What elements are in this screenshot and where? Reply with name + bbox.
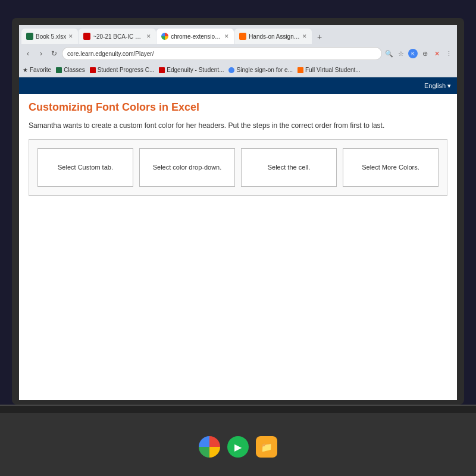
tab-book[interactable]: Book 5.xlsx ✕ (21, 29, 78, 44)
step-card-cell[interactable]: Select the cell. (241, 148, 337, 187)
reload-button[interactable]: ↻ (49, 48, 60, 59)
instructions-text: Samantha wants to create a custom font c… (29, 121, 447, 131)
bookmark-progress[interactable]: Student Progress C... (90, 67, 155, 73)
virtual-favicon (298, 67, 303, 73)
laptop-bottom: ▶ 📁 (0, 405, 476, 476)
main-content-area: Customizing Font Colors in Excel Samanth… (19, 94, 457, 334)
tab-bca[interactable]: ~20-21 BCA-IC GP1 - Edgenuity ✕ (79, 29, 156, 44)
empty-content-area (29, 196, 447, 327)
step-card-more-colors[interactable]: Select More Colors. (343, 148, 439, 187)
laptop-bezel: Book 5.xlsx ✕ ~20-21 BCA-IC GP1 - Edgenu… (12, 18, 464, 405)
laptop-hinge (0, 405, 476, 413)
browser-chrome: Book 5.xlsx ✕ ~20-21 BCA-IC GP1 - Edgenu… (19, 25, 457, 77)
step-color-dropdown-label: Select color drop-down. (153, 164, 222, 171)
tab-bca-close[interactable]: ✕ (146, 33, 151, 39)
extensions-icon[interactable]: ⊕ (420, 49, 430, 58)
forward-button[interactable]: › (36, 48, 46, 59)
bookmark-sso-label: Single sign-on for e... (236, 67, 293, 73)
language-selector[interactable]: English ▾ (424, 82, 451, 90)
edgenuity-favicon (159, 67, 165, 73)
address-bar-row: ‹ › ↻ core.learn.edgenuity.com/Player/ 🔍… (19, 44, 457, 63)
tab-hands-close[interactable]: ✕ (302, 33, 307, 39)
laptop-base: ▶ 📁 (0, 413, 476, 476)
address-input[interactable]: core.learn.edgenuity.com/Player/ (62, 47, 382, 60)
favorite-icon: ★ (23, 67, 28, 73)
address-text: core.learn.edgenuity.com/Player/ (67, 51, 154, 57)
taskbar-play-icon[interactable]: ▶ (227, 436, 249, 458)
classes-favicon (56, 67, 62, 73)
bookmarks-bar: ★ Favorite Classes Student Progress C...… (19, 63, 457, 77)
screen: Book 5.xlsx ✕ ~20-21 BCA-IC GP1 - Edgenu… (19, 25, 457, 400)
tab-bca-label: ~20-21 BCA-IC GP1 - Edgenuity (93, 33, 144, 40)
browser-icons: 🔍 ☆ K ⊕ ✕ ⋮ (384, 49, 453, 58)
bookmark-favorite-label: Favorite (30, 67, 51, 73)
step-more-colors-label: Select More Colors. (362, 164, 419, 171)
language-chevron-icon: ▾ (447, 82, 451, 90)
bookmark-classes-label: Classes (64, 67, 85, 73)
sso-favicon (228, 67, 234, 73)
files-symbol-icon: 📁 (261, 441, 273, 453)
tab-bca-favicon (83, 33, 90, 40)
bookmark-classes[interactable]: Classes (56, 67, 85, 73)
star-icon[interactable]: ☆ (396, 49, 406, 58)
close-icon[interactable]: ✕ (432, 49, 441, 58)
new-tab-button[interactable]: + (312, 30, 327, 44)
tab-book-favicon (26, 33, 33, 40)
page-nav-bar: English ▾ (19, 77, 457, 94)
tab-ext-close[interactable]: ✕ (224, 33, 229, 39)
step-card-color-dropdown[interactable]: Select color drop-down. (139, 148, 235, 187)
taskbar-chrome-icon[interactable] (199, 436, 220, 458)
step-cell-label: Select the cell. (268, 164, 311, 171)
bookmark-virtual[interactable]: Full Virtual Student... (298, 67, 361, 73)
bookmark-edgenuity[interactable]: Edgenuity - Student... (159, 67, 224, 73)
tab-hands-favicon (239, 33, 246, 40)
steps-container: Select Custom tab. Select color drop-dow… (29, 139, 447, 196)
taskbar-files-icon[interactable]: 📁 (256, 436, 277, 458)
tab-bar: Book 5.xlsx ✕ ~20-21 BCA-IC GP1 - Edgenu… (19, 25, 457, 44)
menu-icon[interactable]: ⋮ (444, 49, 453, 58)
tab-ext-favicon (161, 33, 168, 40)
tab-hands[interactable]: Hands-on Assignment-Excel W... ✕ (234, 29, 312, 44)
profile-icon[interactable]: K (408, 49, 418, 58)
tab-ext-label: chrome-extension://bpmcpldp... (171, 33, 222, 40)
page-content: English ▾ Customizing Font Colors in Exc… (19, 77, 457, 334)
bookmark-virtual-label: Full Virtual Student... (305, 67, 361, 73)
taskbar-icons: ▶ 📁 (199, 436, 277, 458)
tab-ext[interactable]: chrome-extension://bpmcpldp... ✕ (156, 29, 234, 44)
tab-book-close[interactable]: ✕ (68, 33, 73, 39)
step-card-custom-tab[interactable]: Select Custom tab. (37, 148, 133, 187)
bookmark-progress-label: Student Progress C... (98, 67, 155, 73)
search-icon[interactable]: 🔍 (384, 49, 394, 58)
play-symbol-icon: ▶ (234, 441, 242, 453)
bookmark-sso[interactable]: Single sign-on for e... (228, 67, 293, 73)
step-custom-tab-label: Select Custom tab. (58, 164, 113, 171)
tab-book-label: Book 5.xlsx (36, 33, 66, 40)
bookmark-favorite[interactable]: ★ Favorite (23, 67, 51, 73)
language-label: English (424, 82, 446, 89)
bookmark-edgenuity-label: Edgenuity - Student... (167, 67, 224, 73)
page-title: Customizing Font Colors in Excel (29, 101, 447, 114)
progress-favicon (90, 67, 96, 73)
tab-hands-label: Hands-on Assignment-Excel W... (249, 33, 300, 40)
back-button[interactable]: ‹ (23, 48, 33, 59)
